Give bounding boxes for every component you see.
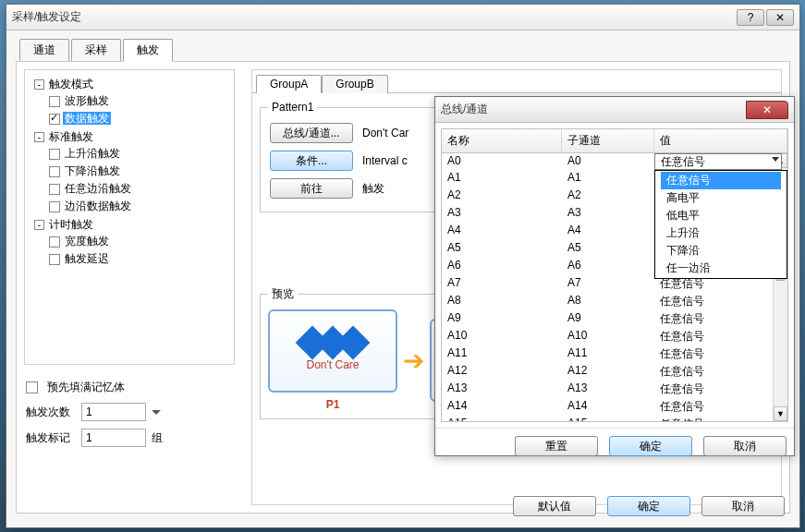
close-button[interactable]: ✕ <box>766 9 794 26</box>
cell-name: A2 <box>442 187 562 205</box>
cell-name: A13 <box>442 381 562 398</box>
trigger-count-input[interactable] <box>81 403 146 421</box>
table-row[interactable]: A10A10任意信号 <box>442 328 787 345</box>
pattern-legend: Pattern1 <box>268 101 317 114</box>
table-body: ▲ ▼ A0A0任意信号任意信号高电平低电平上升沿下降沿任一边沿A1A1任意信号… <box>441 153 788 422</box>
tree-item-label[interactable]: 边沿数据触发 <box>63 200 133 212</box>
pattern-col2b: Interval c <box>362 154 408 167</box>
tree-group-label[interactable]: 计时触发 <box>47 218 95 231</box>
col-sub-header[interactable]: 子通道 <box>562 129 654 152</box>
dialog-close-button[interactable]: ✕ <box>746 101 788 119</box>
table-row[interactable]: A14A14任意信号 <box>442 398 787 416</box>
cancel-button[interactable]: 取消 <box>701 496 785 516</box>
main-title: 采样/触发设定 <box>12 9 737 25</box>
combo-option[interactable]: 上升沿 <box>661 224 781 242</box>
combo-options: 任意信号高电平低电平上升沿下降沿任一边沿 <box>654 170 787 279</box>
default-button[interactable]: 默认值 <box>513 496 596 516</box>
tree-item-label[interactable]: 下降沿触发 <box>63 164 122 177</box>
cell-sub: A8 <box>562 293 654 310</box>
tree-checkbox[interactable] <box>49 96 60 107</box>
cell-value[interactable]: 任意信号 <box>654 310 787 328</box>
cell-name: A5 <box>442 240 562 258</box>
tree-item-label[interactable]: 宽度触发 <box>63 235 111 248</box>
help-button[interactable]: ? <box>737 9 764 26</box>
cell-sub: A2 <box>562 187 654 205</box>
tab-sample[interactable]: 采样 <box>71 39 121 62</box>
tree-checkbox[interactable] <box>49 149 60 160</box>
trigger-mark-input[interactable] <box>81 429 146 447</box>
cell-sub: A6 <box>562 258 654 275</box>
preview-tag: P1 <box>268 398 397 411</box>
trigger-mark-unit: 组 <box>152 430 163 446</box>
tree-checkbox[interactable] <box>49 166 60 177</box>
cell-value[interactable]: 任意信号 <box>654 345 787 363</box>
tree-group-label[interactable]: 标准触发 <box>47 130 95 143</box>
table-header: 名称 子通道 值 <box>441 128 788 153</box>
tab-trigger[interactable]: 触发 <box>123 39 173 62</box>
cell-value[interactable]: 任意信号 <box>654 416 787 422</box>
col-name-header[interactable]: 名称 <box>442 129 562 152</box>
main-tabstrip: 通道 采样 触发 <box>6 30 799 61</box>
trigger-count-label: 触发次数 <box>26 405 76 420</box>
table-row[interactable]: A0A0任意信号任意信号高电平低电平上升沿下降沿任一边沿 <box>442 153 787 170</box>
cell-sub: A11 <box>562 345 654 363</box>
cell-value[interactable]: 任意信号 <box>654 398 787 416</box>
cell-name: A3 <box>442 205 562 223</box>
expand-icon[interactable]: - <box>34 220 44 230</box>
scroll-down-icon[interactable]: ▼ <box>774 406 787 421</box>
preview-legend: 预览 <box>268 286 298 302</box>
value-combo[interactable]: 任意信号 <box>654 153 782 170</box>
cell-value[interactable]: 任意信号 <box>654 293 787 310</box>
goto-button[interactable]: 前往 <box>270 178 353 199</box>
tree-checkbox[interactable] <box>49 114 60 125</box>
reset-button[interactable]: 重置 <box>515 436 598 456</box>
tab-channel[interactable]: 通道 <box>19 39 69 62</box>
tree-checkbox[interactable] <box>49 236 60 248</box>
combo-option[interactable]: 低电平 <box>661 207 781 224</box>
col-val-header[interactable]: 值 <box>654 129 787 152</box>
combo-option[interactable]: 高电平 <box>661 189 781 207</box>
table-row[interactable]: A12A12任意信号 <box>442 363 787 381</box>
condition-button[interactable]: 条件... <box>270 151 353 171</box>
tree-group-label[interactable]: 触发模式 <box>47 78 95 91</box>
ok-button[interactable]: 确定 <box>607 496 690 516</box>
bus-channel-button[interactable]: 总线/通道... <box>270 123 353 143</box>
dialog-button-row: 重置 确定 取消 <box>435 428 794 464</box>
tree-item-label[interactable]: 上升沿触发 <box>63 147 122 160</box>
combo-option[interactable]: 任一边沿 <box>661 260 781 277</box>
prefill-checkbox[interactable] <box>26 381 38 393</box>
tree-checkbox[interactable] <box>49 184 60 195</box>
tab-groupa[interactable]: GroupA <box>256 75 322 93</box>
dialog-title: 总线/通道 <box>441 102 746 117</box>
cell-name: A12 <box>442 363 562 381</box>
cell-name: A9 <box>442 310 562 328</box>
dialog-ok-button[interactable]: 确定 <box>609 436 692 456</box>
tree-item-label[interactable]: 数据触发 <box>63 112 111 125</box>
tab-groupb[interactable]: GroupB <box>322 75 387 93</box>
dropdown-icon[interactable] <box>152 410 161 415</box>
cell-sub: A15 <box>562 416 654 422</box>
combo-option[interactable]: 任意信号 <box>661 172 781 189</box>
combo-option[interactable]: 下降沿 <box>661 242 781 260</box>
cell-value[interactable]: 任意信号 <box>654 381 787 398</box>
cell-value[interactable]: 任意信号 <box>654 328 787 345</box>
expand-icon[interactable]: - <box>34 132 44 142</box>
table-row[interactable]: A8A8任意信号 <box>442 293 787 310</box>
dialog-cancel-button[interactable]: 取消 <box>703 436 787 456</box>
tree-item-label[interactable]: 任意边沿触发 <box>63 182 133 195</box>
preview-card[interactable]: Don't Care <box>268 309 397 393</box>
tree-checkbox[interactable] <box>49 254 60 265</box>
table-row[interactable]: A11A11任意信号 <box>442 345 787 363</box>
chevron-down-icon[interactable] <box>772 157 779 162</box>
table-row[interactable]: A9A9任意信号 <box>442 310 787 328</box>
cell-value[interactable]: 任意信号任意信号高电平低电平上升沿下降沿任一边沿 <box>654 153 787 170</box>
table-row[interactable]: A15A15任意信号 <box>442 416 787 422</box>
expand-icon[interactable]: - <box>34 79 44 90</box>
cell-name: A7 <box>442 275 562 293</box>
tree-checkbox[interactable] <box>49 201 60 212</box>
tree-item-label[interactable]: 触发延迟 <box>63 252 111 265</box>
cell-value[interactable]: 任意信号 <box>654 363 787 381</box>
cell-sub: A0 <box>562 153 654 170</box>
tree-item-label[interactable]: 波形触发 <box>63 94 111 107</box>
table-row[interactable]: A13A13任意信号 <box>442 381 787 398</box>
